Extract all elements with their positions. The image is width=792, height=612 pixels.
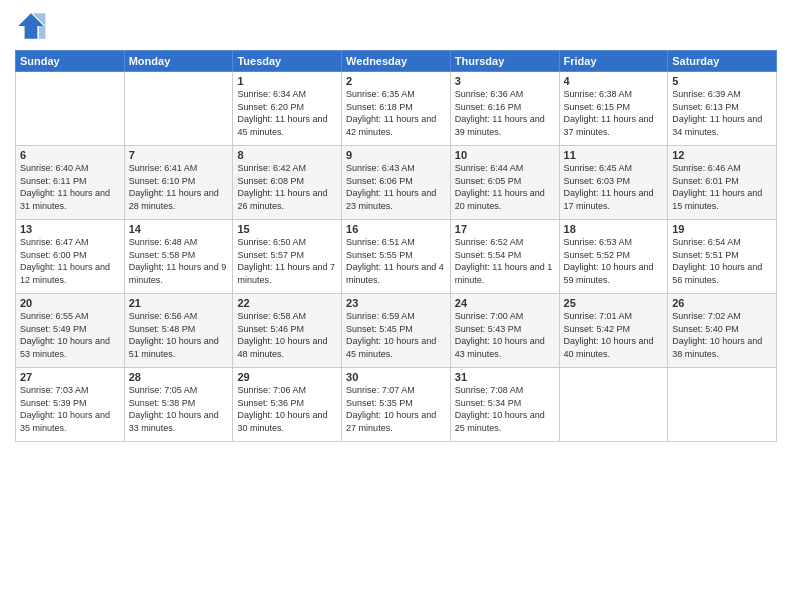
week-row-5: 27Sunrise: 7:03 AMSunset: 5:39 PMDayligh… <box>16 368 777 442</box>
day-cell: 25Sunrise: 7:01 AMSunset: 5:42 PMDayligh… <box>559 294 668 368</box>
day-number: 15 <box>237 223 337 235</box>
day-info: Sunrise: 6:43 AMSunset: 6:06 PMDaylight:… <box>346 162 446 212</box>
logo <box>15 10 51 42</box>
day-number: 19 <box>672 223 772 235</box>
day-info: Sunrise: 6:54 AMSunset: 5:51 PMDaylight:… <box>672 236 772 286</box>
weekday-header-tuesday: Tuesday <box>233 51 342 72</box>
day-cell: 27Sunrise: 7:03 AMSunset: 5:39 PMDayligh… <box>16 368 125 442</box>
week-row-3: 13Sunrise: 6:47 AMSunset: 6:00 PMDayligh… <box>16 220 777 294</box>
day-cell: 26Sunrise: 7:02 AMSunset: 5:40 PMDayligh… <box>668 294 777 368</box>
day-cell: 11Sunrise: 6:45 AMSunset: 6:03 PMDayligh… <box>559 146 668 220</box>
weekday-header-row: SundayMondayTuesdayWednesdayThursdayFrid… <box>16 51 777 72</box>
day-info: Sunrise: 6:38 AMSunset: 6:15 PMDaylight:… <box>564 88 664 138</box>
day-info: Sunrise: 6:48 AMSunset: 5:58 PMDaylight:… <box>129 236 229 286</box>
day-cell <box>668 368 777 442</box>
day-info: Sunrise: 7:03 AMSunset: 5:39 PMDaylight:… <box>20 384 120 434</box>
day-cell: 29Sunrise: 7:06 AMSunset: 5:36 PMDayligh… <box>233 368 342 442</box>
day-number: 25 <box>564 297 664 309</box>
day-number: 10 <box>455 149 555 161</box>
day-info: Sunrise: 6:42 AMSunset: 6:08 PMDaylight:… <box>237 162 337 212</box>
weekday-header-saturday: Saturday <box>668 51 777 72</box>
day-number: 31 <box>455 371 555 383</box>
day-info: Sunrise: 6:50 AMSunset: 5:57 PMDaylight:… <box>237 236 337 286</box>
day-cell: 8Sunrise: 6:42 AMSunset: 6:08 PMDaylight… <box>233 146 342 220</box>
day-cell: 21Sunrise: 6:56 AMSunset: 5:48 PMDayligh… <box>124 294 233 368</box>
day-number: 4 <box>564 75 664 87</box>
day-cell: 2Sunrise: 6:35 AMSunset: 6:18 PMDaylight… <box>342 72 451 146</box>
day-number: 6 <box>20 149 120 161</box>
day-number: 24 <box>455 297 555 309</box>
day-cell <box>559 368 668 442</box>
day-info: Sunrise: 7:01 AMSunset: 5:42 PMDaylight:… <box>564 310 664 360</box>
day-info: Sunrise: 6:51 AMSunset: 5:55 PMDaylight:… <box>346 236 446 286</box>
day-cell: 18Sunrise: 6:53 AMSunset: 5:52 PMDayligh… <box>559 220 668 294</box>
day-number: 5 <box>672 75 772 87</box>
day-info: Sunrise: 6:46 AMSunset: 6:01 PMDaylight:… <box>672 162 772 212</box>
day-cell: 28Sunrise: 7:05 AMSunset: 5:38 PMDayligh… <box>124 368 233 442</box>
day-info: Sunrise: 7:07 AMSunset: 5:35 PMDaylight:… <box>346 384 446 434</box>
day-number: 17 <box>455 223 555 235</box>
day-number: 11 <box>564 149 664 161</box>
day-info: Sunrise: 6:58 AMSunset: 5:46 PMDaylight:… <box>237 310 337 360</box>
day-number: 28 <box>129 371 229 383</box>
logo-icon <box>15 10 47 42</box>
day-cell: 5Sunrise: 6:39 AMSunset: 6:13 PMDaylight… <box>668 72 777 146</box>
day-cell: 10Sunrise: 6:44 AMSunset: 6:05 PMDayligh… <box>450 146 559 220</box>
day-cell <box>16 72 125 146</box>
day-number: 22 <box>237 297 337 309</box>
day-number: 2 <box>346 75 446 87</box>
day-info: Sunrise: 6:41 AMSunset: 6:10 PMDaylight:… <box>129 162 229 212</box>
week-row-2: 6Sunrise: 6:40 AMSunset: 6:11 PMDaylight… <box>16 146 777 220</box>
day-info: Sunrise: 7:06 AMSunset: 5:36 PMDaylight:… <box>237 384 337 434</box>
day-cell: 12Sunrise: 6:46 AMSunset: 6:01 PMDayligh… <box>668 146 777 220</box>
day-number: 21 <box>129 297 229 309</box>
day-info: Sunrise: 7:02 AMSunset: 5:40 PMDaylight:… <box>672 310 772 360</box>
weekday-header-monday: Monday <box>124 51 233 72</box>
week-row-4: 20Sunrise: 6:55 AMSunset: 5:49 PMDayligh… <box>16 294 777 368</box>
day-cell: 31Sunrise: 7:08 AMSunset: 5:34 PMDayligh… <box>450 368 559 442</box>
day-cell: 6Sunrise: 6:40 AMSunset: 6:11 PMDaylight… <box>16 146 125 220</box>
calendar-table: SundayMondayTuesdayWednesdayThursdayFrid… <box>15 50 777 442</box>
day-info: Sunrise: 6:45 AMSunset: 6:03 PMDaylight:… <box>564 162 664 212</box>
day-cell: 3Sunrise: 6:36 AMSunset: 6:16 PMDaylight… <box>450 72 559 146</box>
day-info: Sunrise: 6:59 AMSunset: 5:45 PMDaylight:… <box>346 310 446 360</box>
day-number: 13 <box>20 223 120 235</box>
weekday-header-friday: Friday <box>559 51 668 72</box>
day-info: Sunrise: 6:53 AMSunset: 5:52 PMDaylight:… <box>564 236 664 286</box>
day-cell: 16Sunrise: 6:51 AMSunset: 5:55 PMDayligh… <box>342 220 451 294</box>
day-info: Sunrise: 6:39 AMSunset: 6:13 PMDaylight:… <box>672 88 772 138</box>
day-info: Sunrise: 6:47 AMSunset: 6:00 PMDaylight:… <box>20 236 120 286</box>
day-number: 8 <box>237 149 337 161</box>
day-cell: 20Sunrise: 6:55 AMSunset: 5:49 PMDayligh… <box>16 294 125 368</box>
day-number: 14 <box>129 223 229 235</box>
day-number: 26 <box>672 297 772 309</box>
day-cell: 9Sunrise: 6:43 AMSunset: 6:06 PMDaylight… <box>342 146 451 220</box>
day-info: Sunrise: 6:52 AMSunset: 5:54 PMDaylight:… <box>455 236 555 286</box>
day-number: 1 <box>237 75 337 87</box>
day-cell: 17Sunrise: 6:52 AMSunset: 5:54 PMDayligh… <box>450 220 559 294</box>
day-cell: 19Sunrise: 6:54 AMSunset: 5:51 PMDayligh… <box>668 220 777 294</box>
day-info: Sunrise: 7:08 AMSunset: 5:34 PMDaylight:… <box>455 384 555 434</box>
week-row-1: 1Sunrise: 6:34 AMSunset: 6:20 PMDaylight… <box>16 72 777 146</box>
day-number: 7 <box>129 149 229 161</box>
day-info: Sunrise: 7:00 AMSunset: 5:43 PMDaylight:… <box>455 310 555 360</box>
day-number: 18 <box>564 223 664 235</box>
day-cell: 15Sunrise: 6:50 AMSunset: 5:57 PMDayligh… <box>233 220 342 294</box>
day-cell <box>124 72 233 146</box>
day-cell: 23Sunrise: 6:59 AMSunset: 5:45 PMDayligh… <box>342 294 451 368</box>
day-number: 27 <box>20 371 120 383</box>
page: SundayMondayTuesdayWednesdayThursdayFrid… <box>0 0 792 612</box>
day-number: 23 <box>346 297 446 309</box>
day-cell: 7Sunrise: 6:41 AMSunset: 6:10 PMDaylight… <box>124 146 233 220</box>
day-number: 30 <box>346 371 446 383</box>
weekday-header-thursday: Thursday <box>450 51 559 72</box>
day-info: Sunrise: 7:05 AMSunset: 5:38 PMDaylight:… <box>129 384 229 434</box>
day-info: Sunrise: 6:56 AMSunset: 5:48 PMDaylight:… <box>129 310 229 360</box>
day-number: 20 <box>20 297 120 309</box>
day-cell: 13Sunrise: 6:47 AMSunset: 6:00 PMDayligh… <box>16 220 125 294</box>
day-cell: 22Sunrise: 6:58 AMSunset: 5:46 PMDayligh… <box>233 294 342 368</box>
day-info: Sunrise: 6:36 AMSunset: 6:16 PMDaylight:… <box>455 88 555 138</box>
day-cell: 1Sunrise: 6:34 AMSunset: 6:20 PMDaylight… <box>233 72 342 146</box>
day-info: Sunrise: 6:34 AMSunset: 6:20 PMDaylight:… <box>237 88 337 138</box>
day-number: 9 <box>346 149 446 161</box>
